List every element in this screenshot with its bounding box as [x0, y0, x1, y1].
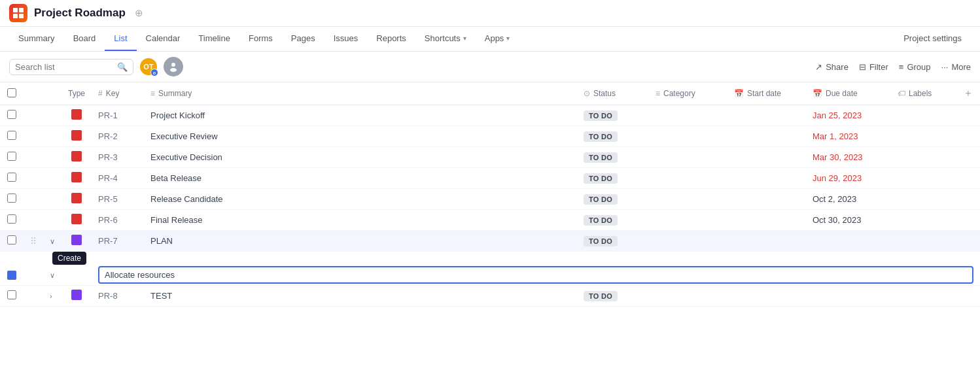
edit-summary-cell[interactable]: [92, 265, 980, 286]
due-date-value: Mar 30, 2023: [813, 152, 863, 162]
toolbar-right: ↗ Share ⊟ Filter ≡ Group ··· More: [815, 62, 971, 72]
th-type-label: Type: [68, 89, 85, 98]
status-badge[interactable]: TO DO: [584, 173, 618, 184]
tab-list[interactable]: List: [105, 27, 136, 51]
expand-button[interactable]: ›: [50, 292, 52, 300]
row-summary-cell[interactable]: TEST: [144, 286, 577, 307]
row-status-cell: TO DO: [577, 147, 649, 168]
avatar-ot-wrapper: OT o: [139, 57, 158, 76]
tab-project-settings[interactable]: Project settings: [894, 27, 971, 51]
tab-apps[interactable]: Apps ▾: [476, 27, 519, 51]
row-summary-cell[interactable]: Executive Decision: [144, 147, 577, 168]
row-summary-cell[interactable]: Final Release: [144, 210, 577, 231]
startdate-icon: 📅: [734, 89, 744, 98]
edit-expand-btn[interactable]: ∨: [50, 271, 55, 279]
row-startdate-cell: [727, 168, 806, 189]
search-box[interactable]: 🔍: [9, 59, 133, 75]
row-checkbox[interactable]: [7, 173, 16, 182]
row-check-cell: [0, 210, 24, 231]
apps-chevron-icon: ▾: [506, 35, 510, 42]
row-key-cell: PR-1: [92, 105, 144, 126]
row-checkbox[interactable]: [7, 131, 16, 140]
row-summary-cell[interactable]: PLAN: [144, 231, 577, 252]
row-check-cell: [0, 168, 24, 189]
more-button[interactable]: ··· More: [941, 62, 971, 72]
main-table: Type #Key ≡Summary ⊙Status ≡Category 📅St…: [0, 82, 980, 307]
drag-handle-icon[interactable]: ⠿: [30, 236, 37, 246]
row-add-cell: [956, 126, 980, 147]
row-checkbox[interactable]: [7, 214, 16, 224]
row-drag-cell: [24, 189, 43, 210]
status-badge[interactable]: TO DO: [584, 215, 618, 226]
tab-forms[interactable]: Forms: [239, 27, 282, 51]
tab-summary[interactable]: Summary: [9, 27, 64, 51]
tab-board[interactable]: Board: [64, 27, 105, 51]
status-badge[interactable]: TO DO: [584, 110, 618, 121]
row-duedate-cell: [806, 286, 891, 307]
row-labels-cell: [891, 168, 956, 189]
row-checkbox[interactable]: [7, 152, 16, 161]
svg-point-5: [170, 68, 177, 72]
row-checkbox[interactable]: [7, 193, 16, 203]
avatar-ot[interactable]: OT o: [139, 57, 158, 76]
tooltip-cell: Create: [0, 252, 980, 265]
row-category-cell: [649, 231, 727, 252]
filter-button[interactable]: ⊟ Filter: [859, 62, 888, 72]
due-date-value: Jan 25, 2023: [813, 110, 862, 120]
inline-edit-input[interactable]: [98, 266, 973, 284]
share-button[interactable]: ↗ Share: [815, 62, 849, 72]
status-badge[interactable]: TO DO: [584, 194, 618, 205]
row-checkbox[interactable]: [7, 290, 16, 299]
row-type-cell: [61, 105, 92, 126]
row-key-cell: PR-3: [92, 147, 144, 168]
row-checkbox[interactable]: [7, 110, 16, 119]
type-icon: [71, 290, 82, 300]
th-check: [0, 82, 24, 105]
tab-reports[interactable]: Reports: [367, 27, 415, 51]
avatar-badge: o: [150, 69, 158, 76]
table-row: PR-3 Executive Decision TO DO Mar 30, 20…: [0, 147, 980, 168]
key-hash-icon: #: [98, 89, 103, 98]
status-badge[interactable]: TO DO: [584, 152, 618, 163]
row-checkbox[interactable]: [7, 235, 16, 244]
table-header-row: Type #Key ≡Summary ⊙Status ≡Category 📅St…: [0, 82, 980, 105]
summary-icon: ≡: [150, 89, 155, 98]
row-category-cell: [649, 105, 727, 126]
th-summary: ≡Summary: [144, 82, 577, 105]
table-row: PR-4 Beta Release TO DO Jun 29, 2023: [0, 168, 980, 189]
th-labels: 🏷Labels: [891, 82, 956, 105]
due-date-value: Oct 2, 2023: [813, 194, 856, 204]
search-input[interactable]: [15, 62, 113, 72]
row-check-cell: [0, 105, 24, 126]
edit-expand-cell: ∨: [43, 265, 61, 286]
type-icon: [71, 193, 82, 203]
status-badge[interactable]: TO DO: [584, 236, 618, 246]
row-summary-cell[interactable]: Project Kickoff: [144, 105, 577, 126]
row-expand-cell: [43, 168, 61, 189]
tab-timeline[interactable]: Timeline: [189, 27, 239, 51]
tab-pages[interactable]: Pages: [282, 27, 324, 51]
expand-button[interactable]: ∨: [50, 237, 55, 245]
add-column-icon[interactable]: +: [965, 88, 971, 99]
row-check-cell: [0, 147, 24, 168]
status-badge[interactable]: TO DO: [584, 291, 618, 301]
filter-icon: ⊟: [859, 62, 866, 72]
table-row: PR-5 Release Candidate TO DO Oct 2, 2023: [0, 189, 980, 210]
tab-calendar[interactable]: Calendar: [137, 27, 190, 51]
row-summary-cell[interactable]: Beta Release: [144, 168, 577, 189]
avatar-grey[interactable]: [164, 57, 183, 76]
filter-label: Filter: [869, 62, 888, 72]
th-add[interactable]: +: [956, 82, 980, 105]
tab-issues[interactable]: Issues: [324, 27, 368, 51]
row-category-cell: [649, 210, 727, 231]
tab-shortcuts[interactable]: Shortcuts ▾: [415, 27, 476, 51]
status-badge[interactable]: TO DO: [584, 131, 618, 142]
row-duedate-cell: Jun 29, 2023: [806, 168, 891, 189]
row-summary-cell[interactable]: Executive Review: [144, 126, 577, 147]
row-add-cell: [956, 168, 980, 189]
due-date-value: Oct 30, 2023: [813, 215, 861, 225]
row-summary-cell[interactable]: Release Candidate: [144, 189, 577, 210]
app-icon: [9, 4, 27, 22]
select-all-checkbox[interactable]: [7, 88, 16, 97]
group-button[interactable]: ≡ Group: [899, 62, 931, 72]
